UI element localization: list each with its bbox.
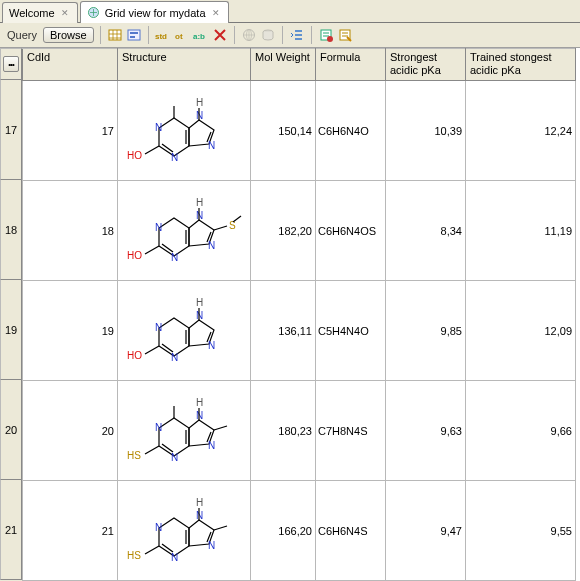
cell-formula[interactable]: C7H8N4S	[316, 381, 386, 481]
table-row[interactable]: 21NNNNHHS166,20C6H6N4S9,479,55	[23, 481, 576, 581]
col-header-molweight[interactable]: Mol Weight	[251, 49, 316, 81]
tab-gridview[interactable]: Grid view for mydata ✕	[80, 1, 229, 23]
cell-molweight[interactable]: 182,20	[251, 181, 316, 281]
separator	[148, 26, 149, 44]
cell-strongest[interactable]: 9,85	[386, 281, 466, 381]
cell-cdid[interactable]: 19	[23, 281, 118, 381]
cell-cdid[interactable]: 21	[23, 481, 118, 581]
table-row[interactable]: 18NNNNHHOS182,20C6H6N4OS8,3411,19	[23, 181, 576, 281]
col-header-trained[interactable]: Trained stongest acidic pKa	[466, 49, 576, 81]
row-header[interactable]: 17	[0, 80, 22, 180]
cell-trained[interactable]: 12,24	[466, 81, 576, 181]
cell-strongest[interactable]: 9,63	[386, 381, 466, 481]
cell-cdid[interactable]: 20	[23, 381, 118, 481]
ab-icon[interactable]: a:b	[193, 27, 209, 43]
tab-bar: Welcome ✕ Grid view for mydata ✕	[0, 0, 580, 23]
cell-formula[interactable]: C6H6N4S	[316, 481, 386, 581]
svg-rect-2	[128, 30, 140, 40]
cell-cdid[interactable]: 18	[23, 181, 118, 281]
svg-text:N: N	[171, 152, 178, 163]
col-header-formula[interactable]: Formula	[316, 49, 386, 81]
svg-text:HS: HS	[127, 450, 141, 461]
svg-text:a:b: a:b	[193, 32, 205, 41]
table-row[interactable]: 19NNNNHHO136,11C5H4N4O9,8512,09	[23, 281, 576, 381]
cell-molweight[interactable]: 180,23	[251, 381, 316, 481]
cell-strongest[interactable]: 8,34	[386, 181, 466, 281]
row-header[interactable]: 19	[0, 280, 22, 380]
svg-text:HS: HS	[127, 550, 141, 561]
tab-label: Grid view for mydata	[105, 7, 206, 19]
query-link[interactable]: Query	[4, 29, 40, 41]
edit-sheet-icon[interactable]	[337, 27, 353, 43]
ot-icon[interactable]: ot	[174, 27, 190, 43]
tab-welcome[interactable]: Welcome ✕	[2, 2, 78, 23]
table-row[interactable]: 17NNNNHHO150,14C6H6N4O10,3912,24	[23, 81, 576, 181]
select-all-corner[interactable]: •••	[0, 48, 22, 80]
col-header-strongest[interactable]: Strongest acidic pKa	[386, 49, 466, 81]
cell-structure[interactable]: NNNNHHO	[118, 281, 251, 381]
cell-formula[interactable]: C6H6N4OS	[316, 181, 386, 281]
svg-rect-4	[130, 36, 135, 38]
svg-text:N: N	[208, 340, 215, 351]
svg-text:HO: HO	[127, 250, 142, 261]
db-icon[interactable]	[260, 27, 276, 43]
cell-cdid[interactable]: 17	[23, 81, 118, 181]
cell-structure[interactable]: NNNNHHS	[118, 481, 251, 581]
toolbar: Query Browse std ot a:b	[0, 23, 580, 48]
indent-icon[interactable]	[289, 27, 305, 43]
svg-text:N: N	[171, 552, 178, 563]
cell-molweight[interactable]: 150,14	[251, 81, 316, 181]
cell-strongest[interactable]: 10,39	[386, 81, 466, 181]
tab-label: Welcome	[9, 7, 55, 19]
grid-icon	[87, 6, 101, 20]
table-row[interactable]: 20NNNNHHS180,23C7H8N4S9,639,66	[23, 381, 576, 481]
svg-text:H: H	[196, 197, 203, 208]
svg-point-12	[327, 36, 333, 42]
svg-text:N: N	[155, 322, 162, 333]
std-icon[interactable]: std	[155, 27, 171, 43]
svg-text:HO: HO	[127, 150, 142, 161]
separator	[311, 26, 312, 44]
row-header[interactable]: 18	[0, 180, 22, 280]
close-icon[interactable]: ✕	[59, 8, 71, 18]
close-icon[interactable]: ✕	[210, 8, 222, 18]
svg-text:N: N	[171, 452, 178, 463]
svg-text:H: H	[196, 497, 203, 508]
svg-text:N: N	[155, 222, 162, 233]
svg-text:N: N	[208, 140, 215, 151]
col-header-cdid[interactable]: CdId	[23, 49, 118, 81]
cell-structure[interactable]: NNNNHHO	[118, 81, 251, 181]
cell-trained[interactable]: 9,66	[466, 381, 576, 481]
cell-trained[interactable]: 11,19	[466, 181, 576, 281]
cell-structure[interactable]: NNNNHHS	[118, 381, 251, 481]
svg-text:N: N	[171, 352, 178, 363]
browse-button[interactable]: Browse	[43, 27, 94, 43]
cell-molweight[interactable]: 136,11	[251, 281, 316, 381]
svg-text:N: N	[196, 510, 203, 521]
cell-strongest[interactable]: 9,47	[386, 481, 466, 581]
row-header-column: ••• 1718192021	[0, 48, 22, 581]
globe-icon[interactable]	[241, 27, 257, 43]
svg-text:N: N	[196, 410, 203, 421]
cell-structure[interactable]: NNNNHHOS	[118, 181, 251, 281]
cell-trained[interactable]: 12,09	[466, 281, 576, 381]
col-header-structure[interactable]: Structure	[118, 49, 251, 81]
separator	[234, 26, 235, 44]
svg-text:H: H	[196, 97, 203, 108]
svg-text:N: N	[196, 310, 203, 321]
row-header[interactable]: 21	[0, 480, 22, 580]
form-view-icon[interactable]	[126, 27, 142, 43]
svg-text:N: N	[208, 540, 215, 551]
cell-formula[interactable]: C5H4N4O	[316, 281, 386, 381]
cell-formula[interactable]: C6H6N4O	[316, 81, 386, 181]
cell-molweight[interactable]: 166,20	[251, 481, 316, 581]
delete-icon[interactable]	[212, 27, 228, 43]
table-view-icon[interactable]	[107, 27, 123, 43]
svg-text:HO: HO	[127, 350, 142, 361]
export-icon[interactable]	[318, 27, 334, 43]
svg-text:H: H	[196, 297, 203, 308]
svg-rect-3	[130, 32, 138, 34]
cell-trained[interactable]: 9,55	[466, 481, 576, 581]
row-header[interactable]: 20	[0, 380, 22, 480]
data-grid: ••• 1718192021 CdId Structure Mol Weight…	[0, 48, 580, 581]
